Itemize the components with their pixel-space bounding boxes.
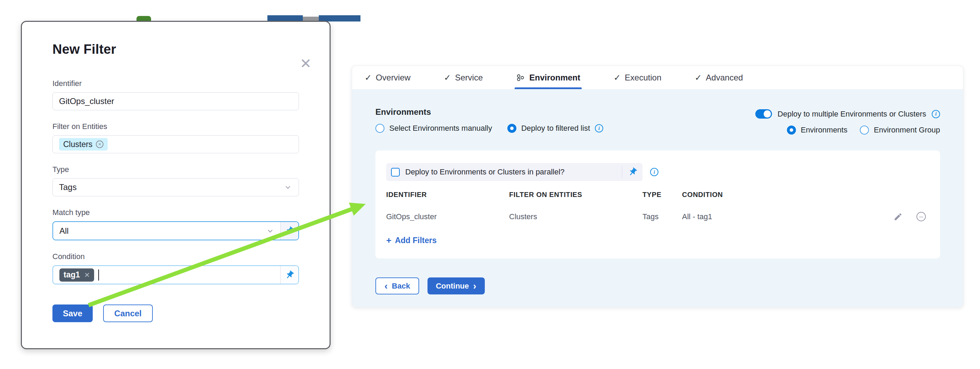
environments-heading: Environments: [375, 107, 603, 117]
tab-label: Environment: [529, 73, 580, 82]
toggle-label[interactable]: Deploy to multiple Environments or Clust…: [778, 109, 926, 119]
radio-label[interactable]: Deploy to filtered list: [521, 124, 590, 133]
tab-service[interactable]: ✓ Service: [444, 66, 483, 89]
match-type-select[interactable]: All: [52, 221, 299, 240]
chevron-right-icon: ›: [473, 281, 476, 291]
condition-label: Condition: [52, 252, 299, 261]
continue-button[interactable]: Continue ›: [428, 277, 485, 295]
check-icon: ✓: [364, 73, 372, 82]
condition-chip: tag1 ✕: [59, 268, 94, 282]
tab-label: Execution: [625, 73, 661, 82]
radio-select-manually[interactable]: Select Environments manually: [375, 124, 492, 133]
check-icon: ✓: [444, 73, 451, 82]
col-identifier: IDENTIFIER: [386, 191, 509, 199]
type-label: Type: [52, 165, 299, 174]
info-icon[interactable]: i: [932, 110, 940, 118]
cell-entities: Clusters: [509, 212, 643, 221]
back-button[interactable]: ‹ Back: [375, 277, 419, 295]
parallel-checkbox[interactable]: [391, 168, 400, 177]
active-tab-underline: [515, 87, 582, 89]
entities-input[interactable]: Clusters ✕: [52, 135, 299, 153]
modal-title: New Filter: [52, 42, 299, 57]
col-condition: CONDITION: [682, 191, 929, 199]
type-value: Tags: [59, 182, 77, 192]
tab-label: Service: [455, 73, 483, 82]
text-cursor: [98, 269, 99, 280]
tab-label: Overview: [376, 73, 410, 82]
info-icon[interactable]: i: [595, 124, 603, 133]
condition-chip-label: tag1: [64, 270, 80, 280]
pin-icon[interactable]: [626, 165, 640, 179]
multi-env-toggle[interactable]: [755, 109, 772, 119]
chevron-left-icon: ‹: [385, 281, 388, 291]
entities-chip: Clusters ✕: [59, 138, 108, 150]
chevron-down-icon: [283, 183, 293, 192]
new-filter-modal: ✕ New Filter Identifier GitOps_cluster F…: [21, 21, 331, 349]
stage-tabbar: ✓ Overview ✓ Service Environment ✓ Execu…: [352, 66, 963, 89]
continue-label: Continue: [436, 282, 469, 291]
tab-environment[interactable]: Environment: [516, 66, 580, 89]
radio-environment-group[interactable]: Environment Group: [860, 125, 940, 135]
save-button[interactable]: Save: [52, 304, 93, 322]
parallel-option-bar: Deploy to Environments or Clusters in pa…: [386, 163, 643, 181]
radio-label[interactable]: Environments: [801, 125, 848, 135]
tab-overview[interactable]: ✓ Overview: [364, 66, 410, 89]
radio-icon[interactable]: [787, 125, 796, 135]
filters-card: Deploy to Environments or Clusters in pa…: [375, 150, 940, 258]
col-filter-on-entities: FILTER ON ENTITIES: [509, 191, 643, 199]
radio-label[interactable]: Select Environments manually: [389, 124, 492, 133]
identifier-input[interactable]: GitOps_cluster: [52, 92, 299, 110]
radio-icon[interactable]: [860, 125, 869, 135]
parallel-label[interactable]: Deploy to Environments or Clusters in pa…: [405, 168, 616, 177]
chip-remove-icon[interactable]: ✕: [96, 141, 103, 148]
filters-table-header: IDENTIFIER FILTER ON ENTITIES TYPE CONDI…: [386, 191, 929, 199]
environment-icon: [516, 73, 525, 82]
entities-label: Filter on Entities: [52, 122, 299, 131]
match-type-label: Match type: [52, 208, 299, 217]
pin-icon: [283, 224, 296, 238]
radio-icon[interactable]: [508, 124, 516, 133]
condition-input[interactable]: tag1 ✕: [52, 265, 299, 284]
cancel-button[interactable]: Cancel: [103, 304, 153, 322]
radio-label[interactable]: Environment Group: [874, 125, 940, 135]
radio-deploy-filtered[interactable]: Deploy to filtered list i: [508, 124, 603, 133]
add-filters-button[interactable]: + Add Filters: [386, 235, 436, 246]
cell-identifier: GitOps_cluster: [386, 212, 509, 221]
chevron-down-icon: [266, 226, 275, 236]
chip-remove-icon[interactable]: ✕: [84, 271, 90, 279]
radio-icon[interactable]: [375, 124, 385, 133]
back-label: Back: [392, 282, 410, 291]
add-filters-label: Add Filters: [395, 236, 436, 245]
pin-button[interactable]: [280, 266, 298, 284]
type-select[interactable]: Tags: [52, 178, 299, 196]
info-icon[interactable]: i: [650, 168, 659, 176]
cell-type: Tags: [643, 212, 682, 221]
check-icon: ✓: [695, 73, 702, 82]
match-type-value: All: [59, 226, 266, 236]
pin-icon: [283, 268, 296, 282]
pipeline-stage-panel: ✓ Overview ✓ Service Environment ✓ Execu…: [352, 65, 963, 307]
close-icon[interactable]: ✕: [300, 57, 312, 70]
pin-button[interactable]: [280, 222, 298, 240]
identifier-label: Identifier: [52, 79, 299, 88]
plus-icon: +: [386, 235, 391, 246]
remove-icon[interactable]: –: [916, 212, 926, 221]
filter-table-row: GitOps_cluster Clusters Tags All - tag1 …: [386, 212, 929, 221]
tab-execution[interactable]: ✓ Execution: [614, 66, 662, 89]
toggle-knob: [764, 110, 771, 117]
radio-environments[interactable]: Environments: [787, 125, 848, 135]
tab-advanced[interactable]: ✓ Advanced: [695, 66, 743, 89]
entities-chip-label: Clusters: [63, 140, 92, 149]
col-type: TYPE: [643, 191, 682, 199]
identifier-value: GitOps_cluster: [59, 97, 114, 106]
check-icon: ✓: [614, 73, 620, 82]
tab-label: Advanced: [706, 73, 743, 82]
cell-condition: All - tag1: [682, 212, 894, 221]
edit-icon[interactable]: [894, 212, 902, 221]
divider: [622, 166, 622, 178]
